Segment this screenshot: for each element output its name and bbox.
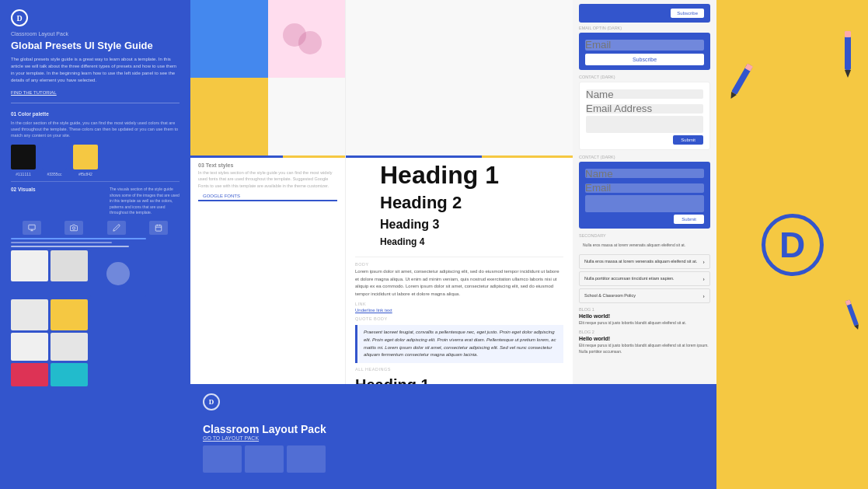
camera-icon-box: [64, 221, 83, 235]
heading3-row: HEADING 3 Heading 3: [355, 218, 563, 234]
swatch-yellow-color: [73, 145, 98, 169]
faq-item-1[interactable]: Nulla eros massa at lorem venenatis aliq…: [579, 254, 710, 269]
swatch-black-color: [11, 145, 36, 169]
img-white-4: [51, 333, 88, 361]
line-blue: [11, 238, 146, 239]
subscribe-btn[interactable]: Subscribe: [585, 54, 704, 65]
faq-text-3: School & Classroom Policy: [584, 293, 636, 298]
line-gray: [11, 242, 112, 243]
submit-btn-1[interactable]: Submit: [673, 135, 703, 145]
img-white-2: [51, 250, 88, 281]
body-label: BODY: [355, 262, 563, 267]
visuals-desc: The visuals section of the style guide s…: [110, 187, 180, 216]
image-row-3: [11, 333, 180, 361]
img-pens: [11, 299, 48, 330]
swatch-black: #111111: [11, 145, 36, 176]
submit-btn-2[interactable]: Submit: [674, 215, 704, 224]
d-logo: D: [762, 214, 824, 276]
img-featured: [90, 250, 146, 297]
h2-text: Heading 2: [380, 193, 462, 213]
img-red: [11, 363, 48, 386]
svg-point-3: [73, 227, 75, 229]
image-row-1: [11, 250, 180, 297]
faq-arrow-3: ›: [702, 292, 705, 299]
swatch-blue-color: [42, 145, 67, 169]
faq-arrow-1: ›: [702, 258, 705, 265]
h4-tag: HEADING 4: [355, 242, 377, 246]
swatch-yellow-label: #f5c842: [78, 172, 92, 176]
color-swatches: #111111 #3355cc #f5c842: [11, 145, 180, 176]
h4-text: Heading 4: [380, 236, 424, 247]
img-yellow: [51, 299, 88, 330]
camera-icon: [70, 224, 78, 232]
blog1-title: Hello world!: [579, 313, 710, 319]
image-row-2: [11, 299, 180, 330]
bottom-promo: D Classroom Layout Pack GO TO LAYOUT PAC…: [346, 384, 573, 489]
right-panel: D: [716, 0, 868, 489]
img-white-3: [11, 333, 48, 361]
mid-top-image-area: [346, 0, 573, 155]
faq-text-1: Nulla eros massa at lorem venenatis aliq…: [584, 259, 697, 264]
divider: [11, 181, 180, 182]
swatch-blue: #3355cc: [42, 145, 67, 176]
contact2-name-input[interactable]: [585, 169, 704, 178]
swatch-yellow: #f5c842: [73, 145, 98, 176]
heading1-row: HEADING 1 Heading 1: [355, 162, 563, 190]
h3-tag: HEADING 3: [355, 224, 377, 229]
faq-label: SECONDARY: [579, 233, 710, 238]
swatch-blue-label: #3355cc: [47, 172, 62, 176]
swatch-black-label: #111111: [16, 172, 30, 176]
link-text[interactable]: Underline link text: [355, 308, 563, 313]
clearfix: Submit: [586, 135, 703, 145]
scissors-decoration: [279, 19, 333, 58]
calendar-icon-box: [149, 221, 168, 235]
promo-link[interactable]: GO TO LAYOUT PACK: [346, 435, 573, 441]
contact2-message-area[interactable]: [585, 195, 704, 212]
contact-email-input[interactable]: [586, 104, 703, 114]
subscribe-top-card: Subscribe: [579, 4, 710, 23]
divi-logo: D: [11, 9, 28, 26]
tutorial-link[interactable]: FIND THE TUTORIAL: [11, 90, 180, 95]
blog2-text: Elit neque purus id justo lobortis bland…: [579, 343, 710, 355]
h1-text: Heading 1: [380, 162, 499, 187]
contact1-label: CONTACT (DARK): [579, 75, 710, 79]
calendar-icon: [155, 224, 162, 232]
img-white-display: [268, 78, 346, 155]
contact-message-area[interactable]: [586, 116, 703, 133]
pencil-decoration-3: [845, 299, 863, 334]
svg-rect-10: [845, 31, 851, 37]
email-input-dark[interactable]: [585, 40, 704, 51]
circle-dec-2: [298, 31, 322, 54]
monitor-icon-box: [23, 221, 41, 235]
quote-label: QUOTE BODY: [355, 316, 563, 321]
pencil-decoration-2: [726, 63, 754, 103]
faq-item-2[interactable]: Nulla porttitor accumsan tincidunt etiam…: [579, 271, 710, 286]
heading2-row: HEADING 2 Heading 2: [355, 193, 563, 215]
subscribe-top-area: Subscribe: [579, 4, 710, 23]
email-form-dark: Subscribe: [579, 33, 710, 70]
faq-arrow-2: ›: [702, 275, 705, 282]
contact-name-input[interactable]: [586, 89, 703, 99]
contact2-email-input[interactable]: [585, 183, 704, 193]
body-text: Lorem ipsum dolor sit amet, consectetur …: [355, 268, 563, 298]
blog2-label: BLOG 2: [579, 330, 710, 334]
blog1-text: Elit neque purus id justo lobortis bland…: [579, 320, 710, 327]
pencil-icon-box: [107, 221, 126, 235]
subscribe-top-btn[interactable]: Subscribe: [671, 9, 704, 18]
contact-form-2: Submit: [579, 162, 710, 229]
contact2-label: CONTACT (DARK): [579, 155, 710, 159]
contact-form-1: Submit: [579, 82, 710, 150]
page-title: Global Presets UI Style Guide: [11, 40, 180, 52]
left-content: D Classroom Layout Pack Global Presets U…: [0, 0, 190, 398]
clearfix2: Submit: [585, 215, 704, 224]
img-white-1: [11, 250, 48, 281]
promo-screens: [346, 445, 573, 473]
pencil-svg-1: [843, 31, 852, 78]
faq-item-3[interactable]: School & Classroom Policy ›: [579, 288, 710, 303]
promo-title: Classroom Layout Pack: [346, 423, 573, 435]
faq-text-2: Nulla porttitor accumsan tincidunt etiam…: [584, 276, 675, 281]
tab-google-fonts[interactable]: GOOGLE FONTS: [198, 192, 245, 201]
text-styles-header: 03 Text styles In the text styles sectio…: [190, 158, 345, 203]
blog1-label: BLOG 1: [579, 307, 710, 312]
img-yellow-display: [190, 78, 268, 155]
